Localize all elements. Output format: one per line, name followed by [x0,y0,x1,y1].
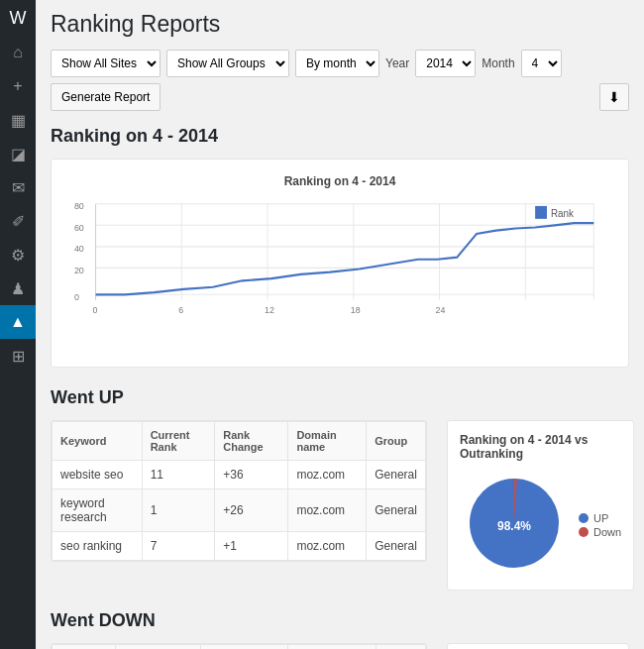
svg-text:12: 12 [265,304,274,314]
cell-rank-change: +36 [215,460,288,488]
svg-text:40: 40 [74,244,84,254]
line-chart-panel: Ranking on 4 - 2014 80 60 40 20 0 [51,159,629,368]
line-chart-container: 80 60 40 20 0 0 6 [66,193,613,352]
table-row: keyword research 1 +26 moz.com General [53,488,426,531]
went-up-pie-container: Ranking on 4 - 2014 vs Outranking 98.4% [447,420,634,591]
download-button[interactable]: ⬇ [599,83,629,111]
cell-current-rank: 1 [142,488,215,531]
cell-current-rank: 7 [142,531,215,560]
went-down-content: Keyword Current Rank Rank Change Domain … [51,643,629,649]
cell-domain: moz.com [288,488,367,531]
svg-text:24: 24 [436,304,446,314]
went-down-pie-panel: Ranking on 4 - 2014 summary 22.2% [447,643,629,649]
sidebar-icon-settings[interactable]: ⊞ [0,339,36,373]
col-group-d: Group [376,644,425,649]
svg-text:18: 18 [351,304,361,314]
legend-down-dot [579,527,589,537]
year-label: Year [385,56,409,70]
col-current-rank: Current Rank [142,421,215,460]
year-select[interactable]: 2014 [415,50,476,77]
cell-group: General [367,488,426,531]
line-chart-svg: 80 60 40 20 0 0 6 [66,193,613,332]
pie1-legend: UP Down [579,512,621,540]
col-keyword: Keyword [53,421,143,460]
page-title: Ranking Reports [51,10,629,40]
col-domain-d: Domain name [287,644,376,649]
went-down-table-container: Keyword Current Rank Rank Change Domain … [51,643,427,649]
sidebar-icon-comments[interactable]: ✉ [0,170,36,204]
sidebar-icon-appearance[interactable]: ✐ [0,204,36,238]
svg-text:60: 60 [74,222,84,232]
went-down-section: Went DOWN Keyword Current Rank Rank Chan… [51,610,629,649]
went-up-content: Keyword Current Rank Rank Change Domain … [51,420,629,591]
svg-text:20: 20 [74,265,84,274]
sidebar-icon-media[interactable]: ◪ [0,137,36,170]
sites-select[interactable]: Show All Sites [51,50,161,77]
cell-group: General [367,460,426,488]
ranking-section-title: Ranking on 4 - 2014 [51,126,629,147]
went-up-title: Went UP [51,387,629,408]
month-select[interactable]: 4 [521,50,562,77]
sidebar-icon-tools[interactable]: ▲ [0,305,36,339]
svg-rect-22 [535,206,547,219]
svg-text:Rank: Rank [551,207,575,218]
table-row: website seo 11 +36 moz.com General [53,460,426,488]
svg-text:98.4%: 98.4% [497,519,531,533]
went-down-pie-container: Ranking on 4 - 2014 summary 22.2% [447,643,629,649]
sidebar-icon-posts[interactable]: ▦ [0,103,36,137]
legend-up-label: UP [593,512,608,524]
sidebar-icon-users[interactable]: ♟ [0,271,36,305]
cell-keyword: website seo [53,460,143,488]
went-up-panel: Keyword Current Rank Rank Change Domain … [51,420,427,562]
svg-text:0: 0 [93,304,98,314]
cell-rank-change: +1 [215,531,288,560]
legend-up-dot [579,513,589,523]
pie1-title: Ranking on 4 - 2014 vs Outranking [460,433,621,461]
went-up-table: Keyword Current Rank Rank Change Domain … [52,421,426,561]
sidebar-logo: W [0,0,36,36]
download-icon: ⬇ [608,89,620,105]
svg-text:0: 0 [74,291,79,301]
cell-rank-change: +26 [215,488,288,531]
generate-report-button[interactable]: Generate Report [51,83,161,111]
legend-down-label: Down [593,526,621,538]
col-domain: Domain name [288,421,367,460]
col-rank-change: Rank Change [215,421,288,460]
went-down-title: Went DOWN [51,610,629,631]
toolbar: Show All Sites Show All Groups By month … [51,50,629,111]
month-label: Month [482,56,514,70]
pie1-svg: 98.4% [460,469,569,578]
cell-keyword: seo ranking [53,531,143,560]
went-down-table: Keyword Current Rank Rank Change Domain … [52,644,426,649]
sidebar: W ⌂ + ▦ ◪ ✉ ✐ ⚙ ♟ ▲ ⊞ ◁ [0,0,36,649]
groups-select[interactable]: Show All Groups [166,50,289,77]
svg-text:6: 6 [178,304,183,314]
col-keyword-d: Keyword [53,644,116,649]
legend-up: UP [579,512,621,524]
went-up-section: Went UP Keyword Current Rank Rank Change… [51,387,629,591]
sidebar-icon-plugins[interactable]: ⚙ [0,238,36,271]
cell-current-rank: 11 [142,460,215,488]
chart-title: Ranking on 4 - 2014 [66,174,613,188]
main-content: Ranking Reports Show All Sites Show All … [36,0,644,649]
went-up-table-container: Keyword Current Rank Rank Change Domain … [51,420,427,591]
col-rank-change-d: Rank Change [201,644,287,649]
cell-keyword: keyword research [53,488,143,531]
cell-domain: moz.com [288,460,367,488]
legend-down: Down [579,526,621,538]
col-group: Group [367,421,426,460]
cell-domain: moz.com [288,531,367,560]
cell-group: General [367,531,426,560]
sidebar-icon-dashboard[interactable]: ⌂ [0,36,36,69]
sidebar-icon-add[interactable]: + [0,69,36,103]
table-row: seo ranking 7 +1 moz.com General [53,531,426,560]
went-up-pie-panel: Ranking on 4 - 2014 vs Outranking 98.4% [447,420,634,591]
svg-text:80: 80 [74,201,84,211]
col-current-rank-d: Current Rank [115,644,201,649]
went-down-panel: Keyword Current Rank Rank Change Domain … [51,643,427,649]
period-select[interactable]: By month [295,50,379,77]
